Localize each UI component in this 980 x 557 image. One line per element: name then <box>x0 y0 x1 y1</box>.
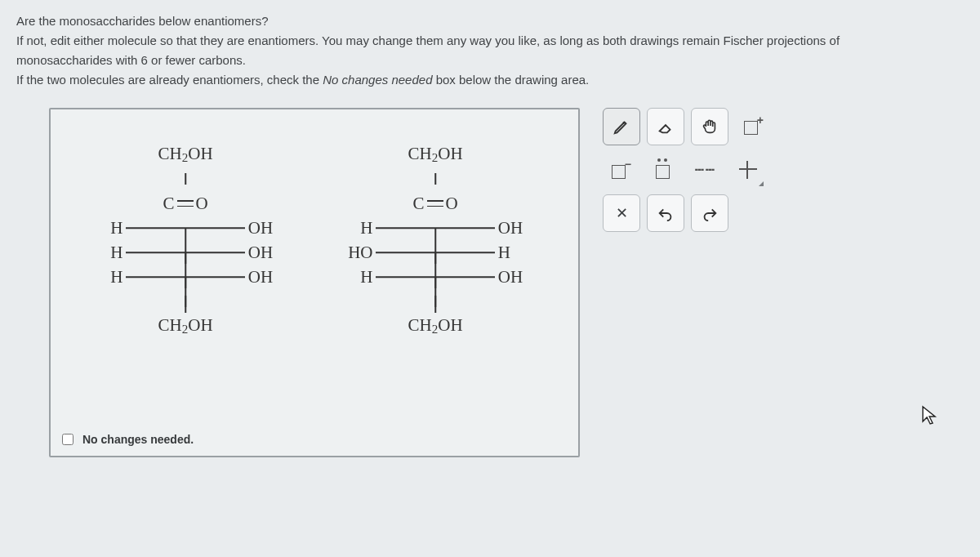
dropdown-corner-icon <box>759 181 764 186</box>
mol-left-bottom: CH2OH <box>126 315 244 336</box>
eraser-icon <box>657 118 675 136</box>
question-line-1: Are the monosaccharides below enantiomer… <box>16 11 964 31</box>
bond-icon: ┄┄ <box>695 163 716 177</box>
mouse-cursor-icon <box>921 405 939 426</box>
mol-left-s3-r: OH <box>245 267 296 287</box>
mol-left-c-double-o: CO <box>163 194 208 214</box>
lone-pair-icon <box>654 161 672 179</box>
question-line-3b: box below the drawing area. <box>432 73 589 87</box>
x-icon: ✕ <box>616 204 628 222</box>
no-changes-checkbox[interactable] <box>62 434 74 445</box>
mol-right-s3-r: OH <box>495 267 546 287</box>
mol-right-s2-l: HO <box>333 243 376 263</box>
question-line-2b: monosaccharides with 6 or fewer carbons. <box>16 51 964 70</box>
pencil-tool[interactable] <box>603 108 640 145</box>
neg-charge-icon: − <box>612 161 630 179</box>
redo-tool[interactable] <box>691 194 728 232</box>
mol-left-s1-r: OH <box>245 218 296 238</box>
molecule-left[interactable]: CH2OH CO HOH HOH HOH CH2OH <box>83 142 296 338</box>
delete-tool[interactable]: ✕ <box>603 194 640 232</box>
mol-left-s3-l: H <box>83 267 126 287</box>
new-molecule-tool[interactable]: + <box>735 108 771 144</box>
problem-area: CH2OH CO HOH HOH HOH CH2OH CH2OH CO HOH … <box>16 108 964 457</box>
question-line-3-ital: No changes needed <box>323 73 432 87</box>
no-changes-label: No changes needed. <box>82 433 194 446</box>
mol-right-top: CH2OH <box>376 144 494 165</box>
lone-pair-tool[interactable] <box>645 152 681 188</box>
molecules-container: CH2OH CO HOH HOH HOH CH2OH CH2OH CO HOH … <box>83 142 546 338</box>
redo-icon <box>701 204 719 222</box>
molecule-right[interactable]: CH2OH CO HOH HOH HOH CH2OH <box>333 142 546 338</box>
drawing-canvas[interactable]: CH2OH CO HOH HOH HOH CH2OH CH2OH CO HOH … <box>49 108 580 457</box>
mol-right-s2-r: H <box>495 243 546 263</box>
no-changes-needed-option[interactable]: No changes needed. <box>59 431 194 448</box>
mol-right-s1-l: H <box>333 218 376 238</box>
stereo-tool[interactable] <box>730 152 766 188</box>
mol-right-bottom: CH2OH <box>376 315 494 336</box>
undo-icon <box>657 204 675 222</box>
mol-right-c-double-o: CO <box>413 194 458 214</box>
stereo-icon <box>739 161 757 179</box>
new-molecule-icon: + <box>744 117 762 135</box>
mol-right-s1-r: OH <box>495 218 546 238</box>
mol-right-s3-l: H <box>333 267 376 287</box>
bond-tool[interactable]: ┄┄ <box>688 152 724 188</box>
toolbox: + − <box>603 108 771 232</box>
hand-tool[interactable] <box>691 108 728 145</box>
negative-charge-tool[interactable]: − <box>603 152 639 188</box>
mol-left-top: CH2OH <box>126 144 244 165</box>
question-line-3a: If the two molecules are already enantio… <box>16 73 323 87</box>
question-line-3: If the two molecules are already enantio… <box>16 70 964 90</box>
undo-tool[interactable] <box>647 194 684 232</box>
eraser-tool[interactable] <box>647 108 684 145</box>
pencil-icon <box>612 118 630 136</box>
question-line-2a: If not, edit either molecule so that the… <box>16 31 964 51</box>
mol-left-s2-r: OH <box>245 243 296 263</box>
mol-left-s1-l: H <box>83 218 126 238</box>
mol-left-s2-l: H <box>83 243 126 263</box>
hand-icon <box>701 118 719 136</box>
